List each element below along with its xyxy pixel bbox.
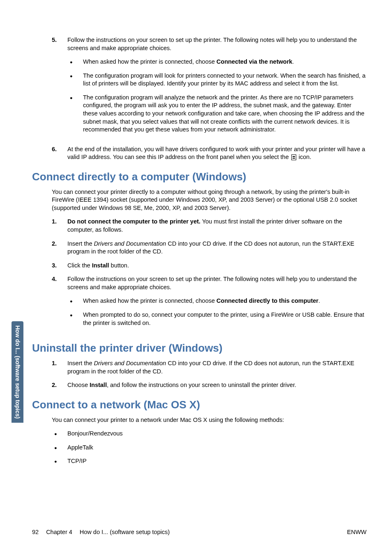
step-pre: Choose — [67, 382, 90, 388]
bullet-text: The configuration program will look for … — [83, 72, 367, 88]
step-italic: Drivers and Documentation — [94, 360, 166, 366]
list-item: ● AppleTalk — [52, 444, 367, 452]
step-number: 4. — [52, 275, 67, 333]
step-text: At the end of the installation, you will… — [67, 146, 365, 161]
list-item: ● When asked how the printer is connecte… — [67, 58, 367, 66]
step-number: 3. — [52, 262, 67, 270]
step-number: 1. — [52, 359, 67, 375]
step-5: 5. Follow the instructions on your scree… — [52, 36, 367, 140]
step-italic: Drivers and Documentation — [94, 240, 166, 247]
menu-icon — [291, 154, 296, 160]
list-item: ● When asked how the printer is connecte… — [67, 297, 367, 305]
heading-connect-network-macosx: Connect to a network (Mac OS X) — [32, 398, 367, 411]
step-number: 2. — [52, 381, 67, 389]
sidebar-tab: How do I... (software setup topics) — [12, 321, 23, 423]
bullet-text: When asked how the printer is connected,… — [83, 58, 217, 65]
bullet-icon: ● — [52, 430, 67, 438]
step-number: 2. — [52, 240, 67, 256]
bullet-text: TCP/IP — [67, 457, 367, 465]
chapter-title: How do I... (software setup topics) — [80, 529, 170, 535]
step-6: 6. At the end of the installation, you w… — [52, 145, 367, 161]
step-2: 2. Choose Install, and follow the instru… — [52, 381, 367, 389]
step-post: button. — [109, 262, 129, 269]
step-post: , and follow the instructions on your sc… — [107, 382, 296, 388]
step-pre: Click the — [67, 262, 92, 269]
step-text-tail: icon. — [297, 154, 311, 160]
page-number: 92 — [32, 529, 39, 535]
list-item: ● TCP/IP — [52, 457, 367, 465]
step-1: 1. Do not connect the computer to the pr… — [52, 218, 367, 234]
bullet-text: When prompted to do so, connect your com… — [83, 311, 367, 327]
step-bold: Do not connect the computer to the print… — [67, 218, 201, 225]
step-number: 6. — [52, 145, 67, 161]
step-text: Follow the instructions on your screen t… — [67, 37, 357, 51]
bullet-pre: When asked how the printer is connected,… — [83, 297, 217, 304]
bullet-post: . — [318, 297, 320, 304]
bullet-icon: ● — [67, 311, 83, 327]
bullet-text: Bonjour/Rendezvous — [67, 430, 367, 438]
step-bold: Install — [92, 262, 109, 269]
bullet-icon: ● — [67, 94, 83, 134]
step-text: Follow the instructions on your screen t… — [67, 276, 357, 290]
bullet-icon: ● — [52, 457, 67, 465]
bullet-icon: ● — [67, 297, 83, 305]
section-intro: You can connect your printer directly to… — [52, 188, 367, 212]
step-number: 5. — [52, 36, 67, 140]
step-4: 4. Follow the instructions on your scree… — [52, 275, 367, 333]
step-pre: Insert the — [67, 360, 94, 366]
list-item: ● When prompted to do so, connect your c… — [67, 311, 367, 327]
bullet-bold: Connected via the network — [217, 58, 293, 65]
bullet-icon: ● — [67, 58, 83, 66]
list-item: ● Bonjour/Rendezvous — [52, 430, 367, 438]
step-pre: Insert the — [67, 240, 94, 247]
list-item: ● The configuration program will analyze… — [67, 94, 367, 134]
step-bold: Install — [90, 382, 107, 388]
step-2: 2. Insert the Drivers and Documentation … — [52, 240, 367, 256]
heading-uninstall-driver-windows: Uninstall the printer driver (Windows) — [32, 342, 367, 355]
footer-right: ENWW — [347, 529, 367, 535]
bullet-text: AppleTalk — [67, 444, 367, 452]
step-3: 3. Click the Install button. — [52, 262, 367, 270]
step-1: 1. Insert the Drivers and Documentation … — [52, 359, 367, 375]
heading-connect-directly-windows: Connect directly to a computer (Windows) — [32, 170, 367, 183]
list-item: ● The configuration program will look fo… — [67, 72, 367, 88]
bullet-text: The configuration program will analyze t… — [83, 94, 367, 134]
section-intro: You can connect your printer to a networ… — [52, 416, 367, 424]
bullet-bold: Connected directly to this computer — [217, 297, 318, 304]
page-footer: 92 Chapter 4 How do I... (software setup… — [32, 529, 367, 535]
chapter-label: Chapter 4 — [46, 529, 72, 535]
bullet-icon: ● — [52, 444, 67, 452]
step-number: 1. — [52, 218, 67, 234]
bullet-post: . — [292, 58, 294, 65]
bullet-icon: ● — [67, 72, 83, 88]
